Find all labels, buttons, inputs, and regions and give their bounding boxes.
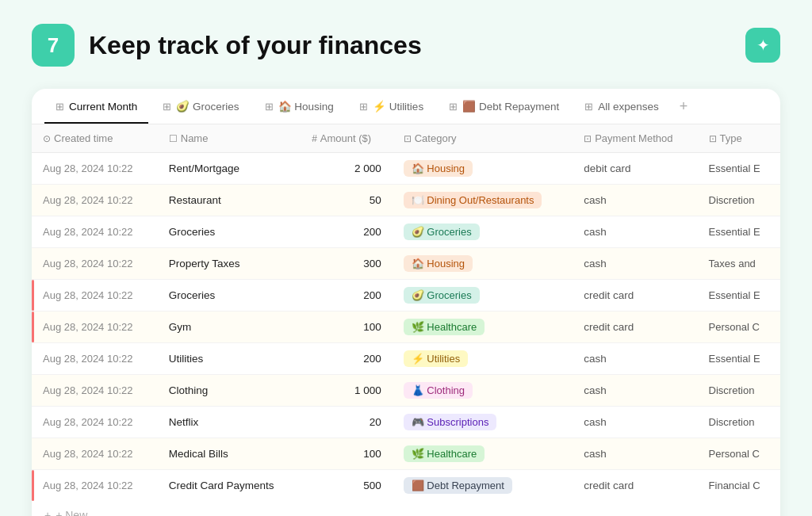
col-amount: #Amount ($)	[301, 124, 393, 153]
tab-label: Current Month	[69, 101, 137, 113]
table-row[interactable]: Aug 28, 2024 10:22Netflix20🎮 Subscriptio…	[32, 407, 780, 438]
category-badge: ⚡ Utilities	[404, 350, 469, 367]
table-row[interactable]: Aug 28, 2024 10:22Utilities200⚡ Utilitie…	[32, 343, 780, 375]
main-card: ⊞Current Month⊞🥑 Groceries⊞🏠 Housing⊞⚡ U…	[32, 89, 780, 516]
cell-amount: 500	[301, 470, 393, 502]
cell-amount: 1 000	[301, 375, 393, 407]
category-badge: 🥑 Groceries	[404, 287, 480, 304]
tab-groceries[interactable]: ⊞🥑 Groceries	[151, 89, 250, 124]
tab-current-month[interactable]: ⊞Current Month	[44, 90, 148, 124]
page-title: Keep track of your finances	[89, 31, 422, 60]
cell-category: 🟫 Debt Repayment	[393, 470, 573, 502]
cell-created: Aug 28, 2024 10:22	[32, 375, 158, 407]
top-icon[interactable]: ✦	[745, 28, 780, 63]
cell-name: Netflix	[158, 407, 301, 438]
category-badge: 🌿 Healthcare	[404, 445, 485, 462]
tab-housing[interactable]: ⊞🏠 Housing	[254, 89, 345, 124]
cell-type: Personal C	[698, 438, 780, 470]
cell-created: Aug 28, 2024 10:22	[32, 153, 158, 185]
category-badge: 🥑 Groceries	[404, 224, 480, 240]
category-badge: 👗 Clothing	[404, 382, 473, 399]
plus-icon: +	[44, 509, 51, 516]
cell-category: ⚡ Utilities	[393, 343, 573, 375]
cell-name: Utilities	[158, 343, 301, 375]
cell-payment: cash	[573, 407, 697, 438]
cell-category: 🍽️ Dining Out/Restaurants	[393, 185, 573, 216]
cell-amount: 100	[301, 438, 393, 470]
col-name: ☐Name	[158, 124, 301, 153]
col-icon: #	[312, 133, 317, 144]
cell-category: 🎮 Subscriptions	[393, 407, 573, 438]
tab-bar: ⊞Current Month⊞🥑 Groceries⊞🏠 Housing⊞⚡ U…	[32, 89, 780, 124]
tab-icon: ⊞	[163, 101, 171, 113]
cell-created: Aug 28, 2024 10:22	[32, 438, 158, 470]
cell-type: Financial C	[698, 470, 780, 502]
tab-utilities[interactable]: ⊞⚡ Utilities	[348, 89, 435, 124]
cell-created: Aug 28, 2024 10:22	[32, 248, 158, 280]
table-row[interactable]: Aug 28, 2024 10:22Groceries200🥑 Grocerie…	[32, 216, 780, 248]
tab-all-expenses[interactable]: ⊞All expenses	[573, 90, 670, 124]
tab-icon: ⊞	[359, 101, 368, 113]
col-icon: ⊡	[404, 133, 412, 144]
cell-name: Property Taxes	[158, 248, 301, 280]
cell-type: Essential E	[698, 343, 780, 375]
cell-payment: credit card	[573, 280, 697, 312]
cell-category: 👗 Clothing	[393, 375, 573, 407]
cell-type: Essential E	[698, 216, 780, 248]
table-row[interactable]: Aug 28, 2024 10:22Groceries200🥑 Grocerie…	[32, 280, 780, 312]
cell-amount: 100	[301, 312, 393, 343]
table-row[interactable]: Aug 28, 2024 10:22Medical Bills100🌿 Heal…	[32, 438, 780, 470]
cell-payment: cash	[573, 375, 697, 407]
table-row[interactable]: Aug 28, 2024 10:22Credit Card Payments50…	[32, 470, 780, 502]
cell-name: Restaurant	[158, 185, 301, 216]
table-row[interactable]: Aug 28, 2024 10:22Rent/Mortgage2 000🏠 Ho…	[32, 153, 780, 185]
cell-amount: 20	[301, 407, 393, 438]
cell-name: Clothing	[158, 375, 301, 407]
cell-created: Aug 28, 2024 10:22	[32, 470, 158, 502]
cell-payment: cash	[573, 248, 697, 280]
cell-payment: cash	[573, 343, 697, 375]
cell-type: Essential E	[698, 153, 780, 185]
cell-category: 🌿 Healthcare	[393, 312, 573, 343]
cell-payment: cash	[573, 216, 697, 248]
col-created: ⊙Created time	[32, 124, 158, 153]
cell-category: 🥑 Groceries	[393, 216, 573, 248]
table-row[interactable]: Aug 28, 2024 10:22Gym100🌿 Healthcarecred…	[32, 312, 780, 343]
cell-payment: debit card	[573, 153, 697, 185]
cell-created: Aug 28, 2024 10:22	[32, 185, 158, 216]
add-tab-button[interactable]: +	[673, 90, 695, 123]
table-row[interactable]: Aug 28, 2024 10:22Property Taxes300🏠 Hou…	[32, 248, 780, 280]
expenses-table: ⊙Created time☐Name#Amount ($)⊡Category⊡P…	[32, 124, 780, 501]
row-mark	[32, 470, 34, 501]
cell-created: Aug 28, 2024 10:22	[32, 312, 158, 343]
category-badge: 🌿 Healthcare	[404, 319, 485, 335]
tab-debt[interactable]: ⊞🟫 Debt Repayment	[438, 89, 570, 124]
cell-name: Credit Card Payments	[158, 470, 301, 502]
page-header: 7 Keep track of your finances ✦	[32, 24, 780, 67]
new-row-label: + New	[56, 509, 87, 516]
col-payment: ⊡Payment Method	[573, 124, 697, 153]
cell-payment: cash	[573, 438, 697, 470]
tab-label: All expenses	[598, 101, 659, 113]
cell-amount: 2 000	[301, 153, 393, 185]
table-row[interactable]: Aug 28, 2024 10:22Restaurant50🍽️ Dining …	[32, 185, 780, 216]
tab-icon: ⊞	[265, 101, 274, 113]
tab-icon: ⊞	[56, 101, 64, 113]
cell-created: Aug 28, 2024 10:22	[32, 216, 158, 248]
table-row[interactable]: Aug 28, 2024 10:22Clothing1 000👗 Clothin…	[32, 375, 780, 407]
cell-name: Groceries	[158, 280, 301, 312]
cell-category: 🏠 Housing	[393, 248, 573, 280]
cell-amount: 300	[301, 248, 393, 280]
cell-type: Taxes and	[698, 248, 780, 280]
cell-created: Aug 28, 2024 10:22	[32, 343, 158, 375]
tab-label: 🟫 Debt Repayment	[462, 100, 559, 113]
category-badge: 🏠 Housing	[404, 255, 473, 272]
cell-name: Medical Bills	[158, 438, 301, 470]
category-badge: 🟫 Debt Repayment	[404, 477, 512, 494]
col-icon: ⊡	[584, 133, 592, 144]
new-row-button[interactable]: + + New	[32, 501, 780, 516]
col-icon: ⊡	[709, 133, 717, 144]
row-mark	[32, 312, 34, 342]
col-icon: ⊙	[43, 133, 51, 144]
category-badge: 🎮 Subscriptions	[404, 414, 497, 430]
